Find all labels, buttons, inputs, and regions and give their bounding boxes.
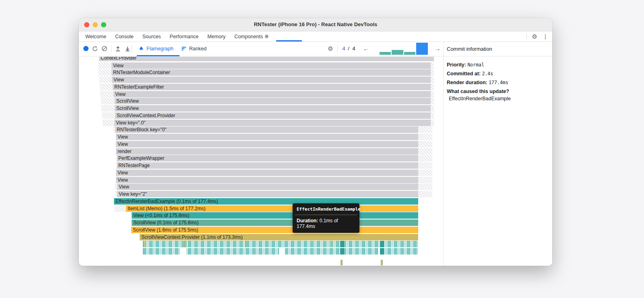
flame-bar[interactable]: ScrollViewContext.Provider — [115, 112, 431, 119]
minimize-window-button[interactable] — [93, 22, 98, 27]
flame-bar[interactable]: ScrollView — [115, 105, 431, 112]
tooltip-divider — [295, 215, 357, 215]
flame-bar[interactable]: RNTesterPage — [117, 162, 418, 169]
commit-bar[interactable] — [380, 52, 391, 55]
committed-at-value: 2.4s — [482, 71, 493, 77]
flame-bar-label: render — [118, 149, 132, 154]
download-icon — [124, 46, 131, 52]
panel-divider — [443, 42, 444, 56]
tooltip-component-name: EffectInRenderBadExample — [297, 207, 355, 212]
flame-bar[interactable]: ScrollViewContext.Provider (1.1ms of 173… — [140, 234, 418, 240]
close-window-button[interactable] — [84, 22, 89, 27]
flame-bar-label: ScrollView (1.6ms of 175.5ms) — [133, 227, 198, 233]
next-commit-button[interactable]: → — [434, 42, 441, 55]
committed-at-line: Committed at: 2.4s — [447, 71, 548, 77]
reload-icon — [92, 46, 98, 52]
flame-hatch-right — [431, 69, 434, 76]
settings-gear-icon[interactable]: ⚙ — [532, 33, 537, 39]
barcode-gap — [279, 248, 285, 255]
flame-bar[interactable]: RNTesterExampleFilter — [113, 84, 431, 90]
reload-and-profile-button[interactable] — [91, 42, 99, 55]
profiler-settings-gear-icon[interactable]: ⚙ — [327, 42, 334, 55]
flame-hatch-left — [114, 205, 126, 212]
barcode-solid-bar — [340, 241, 345, 247]
tab-label: Console — [115, 34, 134, 39]
flame-bar-label: ScrollViewContext.Provider (1.1ms of 173… — [141, 234, 243, 240]
tab-performance[interactable]: Performance — [170, 31, 199, 41]
flame-bar[interactable]: RNTesterModuleContainer — [111, 69, 431, 76]
flame-hatch-right — [418, 141, 432, 147]
flame-bar[interactable]: View — [116, 170, 418, 176]
tab-profiler-selected-indicator[interactable] — [276, 40, 302, 41]
flame-bar[interactable]: View — [114, 91, 431, 97]
flame-bar-label: RNTesterBlock key="0" — [117, 127, 167, 132]
flame-hatch-left — [101, 105, 115, 112]
barcode-row[interactable] — [143, 248, 418, 255]
flame-bar[interactable]: View — [117, 184, 418, 190]
flame-bar[interactable]: ScrollView — [115, 98, 431, 104]
priority-value: Normal — [467, 62, 484, 68]
flame-tooltip: EffectInRenderBadExample Duration: 0.1ms… — [293, 203, 359, 233]
tab-components[interactable]: Components — [234, 31, 269, 41]
previous-commit-button[interactable]: ← — [362, 42, 369, 55]
flamegraph: Context.ProviderViewRNTesterModuleContai… — [79, 56, 443, 266]
flame-bar[interactable]: View key=".0" — [114, 120, 431, 126]
flame-hatch-left — [99, 69, 111, 76]
barcode-solid-bar — [380, 241, 384, 247]
tab-ranked[interactable]: Ranked — [181, 42, 206, 55]
tab-welcome[interactable]: Welcome — [85, 31, 106, 41]
flame-hatch-right — [418, 155, 432, 161]
more-options-kebab-icon[interactable]: ⋮ — [543, 34, 548, 39]
flame-hatch-right — [431, 120, 434, 126]
barcode-row[interactable] — [143, 241, 418, 247]
flame-bar[interactable]: RNTesterBlock key="0" — [115, 126, 418, 133]
flame-bar[interactable]: ItemList (Memo) (1.5ms of 177.2ms) — [126, 205, 418, 212]
tabbar: WelcomeConsoleSourcesPerformanceMemoryCo… — [79, 31, 552, 42]
current-commit-number[interactable]: 4 — [341, 42, 346, 55]
flame-bar-label: View — [118, 177, 128, 183]
tabbar-right-controls: ⚙ ⋮ — [526, 31, 548, 41]
tab-console[interactable]: Console — [115, 31, 134, 41]
flame-bar[interactable]: PerfExampleWrapper — [117, 155, 418, 161]
clear-profiling-data-button[interactable] — [100, 42, 108, 55]
load-profile-button[interactable] — [114, 42, 122, 55]
flame-bar[interactable]: View — [116, 177, 418, 183]
flame-hatch-left — [100, 91, 114, 97]
tab-memory[interactable]: Memory — [207, 31, 225, 41]
commit-bar-selected[interactable] — [416, 43, 428, 55]
record-button[interactable] — [83, 42, 89, 55]
flame-bar[interactable]: render — [116, 148, 418, 155]
flame-bar-label: View key="2" — [119, 191, 147, 197]
flame-hatch-right — [418, 126, 432, 133]
flame-bar[interactable]: Context.Provider — [99, 57, 434, 61]
flame-bar-label: View — [118, 170, 128, 176]
tab-flamegraph[interactable]: Flamegraph — [138, 42, 173, 55]
tabbar-separator — [526, 33, 527, 40]
flame-bar[interactable]: View — [116, 134, 418, 140]
toolbar-separator — [111, 45, 111, 52]
zoom-window-button[interactable] — [101, 22, 106, 27]
tooltip-duration: Duration: 0.1ms of 177.4ms — [297, 218, 355, 229]
commit-bar[interactable] — [404, 52, 415, 55]
tab-sources[interactable]: Sources — [142, 31, 161, 41]
update-cause-component[interactable]: EffectInRenderBadExample — [447, 96, 548, 101]
flame-bar[interactable]: View — [111, 62, 431, 69]
barcode-solid-bar — [340, 248, 345, 255]
render-duration-label: Render duration: — [447, 80, 487, 85]
flame-bar[interactable]: EffectInRenderBadExample (0.1ms of 177.4… — [114, 198, 418, 205]
flame-bar[interactable]: ScrollView (0.1ms of 175.6ms) — [132, 219, 418, 226]
flame-bar[interactable]: View — [116, 141, 418, 147]
save-profile-button[interactable] — [124, 42, 132, 55]
toolbar-separator — [337, 45, 338, 52]
flame-bar[interactable]: ScrollView (1.6ms of 175.5ms) — [131, 227, 418, 233]
flame-bar[interactable]: View (<0.1ms of 175.6ms) — [132, 212, 418, 219]
barcode-accent-bar — [331, 241, 332, 247]
flame-hatch-right — [431, 62, 434, 69]
flame-bar[interactable]: View key="2" — [117, 191, 418, 197]
flame-bar[interactable]: View — [112, 77, 431, 83]
flame-hatch-right — [431, 77, 434, 83]
commit-bar[interactable] — [392, 50, 403, 55]
update-cause-question: What caused this update? — [447, 89, 548, 94]
flame-bar-label: ScrollView (0.1ms of 175.6ms) — [133, 220, 199, 226]
flame-hatch-right — [418, 177, 432, 183]
